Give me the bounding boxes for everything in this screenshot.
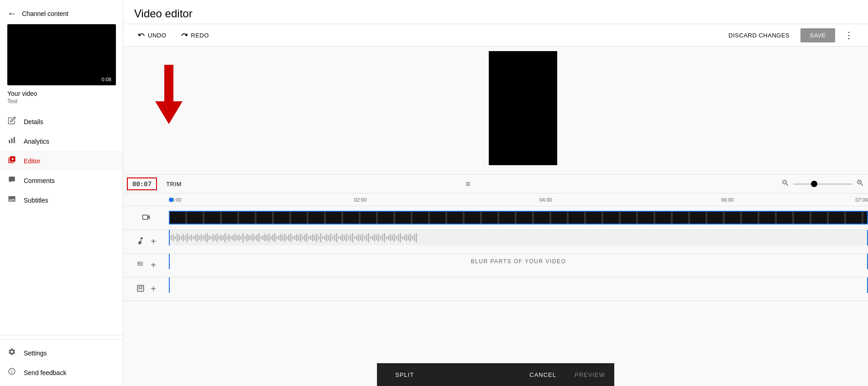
- blur-icon: [136, 260, 145, 271]
- svg-point-141: [141, 264, 142, 265]
- svg-rect-101: [364, 236, 365, 240]
- comments-label: Comments: [24, 177, 55, 184]
- svg-rect-103: [368, 233, 369, 242]
- sidebar-item-settings[interactable]: Settings: [0, 343, 123, 363]
- svg-point-133: [140, 263, 141, 264]
- svg-rect-11: [185, 235, 186, 240]
- svg-rect-51: [264, 234, 265, 241]
- zoom-slider[interactable]: [793, 180, 852, 188]
- save-button[interactable]: SAVE: [800, 28, 835, 42]
- svg-rect-56: [274, 233, 275, 242]
- svg-rect-49: [261, 236, 261, 239]
- endcard-add-icon[interactable]: +: [151, 284, 156, 294]
- subtitles-icon: [7, 195, 16, 205]
- endcard-track-strip: [169, 277, 868, 293]
- svg-rect-123: [408, 235, 409, 240]
- svg-point-138: [142, 261, 143, 262]
- back-button[interactable]: ←: [7, 8, 16, 19]
- sidebar-item-editor[interactable]: Editor: [0, 151, 123, 171]
- svg-rect-62: [286, 236, 287, 240]
- split-controls-bar: SPLIT CANCEL PREVIEW: [377, 363, 614, 386]
- svg-rect-110: [382, 235, 383, 241]
- svg-rect-69: [300, 234, 301, 242]
- details-label: Details: [24, 118, 43, 125]
- send-feedback-label: Send feedback: [24, 369, 66, 376]
- svg-rect-120: [402, 236, 403, 239]
- page-title: Video editor: [134, 7, 193, 20]
- svg-rect-93: [348, 236, 349, 240]
- editor-icon: [7, 156, 16, 166]
- undo-button[interactable]: UNDO: [134, 29, 170, 42]
- endcard-track-content: [169, 277, 868, 301]
- svg-rect-32: [226, 236, 227, 240]
- svg-point-130: [140, 261, 141, 262]
- svg-rect-48: [258, 233, 259, 242]
- discard-button[interactable]: DISCARD CHANGES: [723, 29, 795, 42]
- svg-rect-31: [225, 233, 225, 242]
- video-camera-icon: [141, 212, 151, 224]
- svg-rect-47: [256, 235, 257, 241]
- audio-add-icon[interactable]: +: [151, 236, 156, 247]
- svg-rect-122: [406, 234, 407, 241]
- svg-rect-54: [270, 236, 271, 240]
- svg-rect-121: [404, 235, 405, 240]
- center-align-icon: ≡: [465, 179, 471, 189]
- toolbar-right: DISCARD CHANGES SAVE ⋮: [723, 28, 857, 42]
- sidebar-item-comments[interactable]: Comments: [0, 171, 123, 190]
- svg-rect-149: [141, 287, 142, 288]
- preview-button[interactable]: PREVIEW: [565, 368, 614, 382]
- sidebar-item-subtitles[interactable]: Subtitles: [0, 190, 123, 210]
- more-options-button[interactable]: ⋮: [841, 28, 857, 42]
- svg-rect-41: [245, 236, 246, 239]
- svg-rect-74: [310, 235, 311, 240]
- video-track-content: [169, 206, 868, 230]
- feedback-icon: [7, 367, 16, 378]
- svg-rect-5: [173, 235, 174, 241]
- svg-rect-82: [326, 234, 327, 241]
- svg-rect-98: [358, 234, 359, 241]
- redo-button[interactable]: REDO: [177, 29, 213, 42]
- editor-header: Video editor: [123, 0, 868, 24]
- svg-rect-38: [239, 235, 240, 241]
- svg-point-134: [137, 264, 138, 265]
- zoom-out-icon[interactable]: [781, 179, 790, 189]
- svg-rect-97: [356, 235, 357, 240]
- svg-rect-21: [204, 235, 205, 241]
- svg-rect-105: [372, 235, 373, 240]
- svg-rect-36: [235, 234, 235, 242]
- svg-rect-58: [278, 235, 279, 240]
- comments-icon: [7, 175, 16, 186]
- audio-waveform-strip[interactable]: [169, 230, 868, 245]
- video-subtitle: Test: [7, 98, 115, 104]
- video-info: Your video Test: [0, 85, 123, 112]
- svg-point-144: [139, 265, 140, 266]
- sidebar-header: ← Channel content: [0, 0, 123, 24]
- blur-add-icon[interactable]: +: [151, 260, 156, 271]
- svg-point-147: [142, 265, 143, 266]
- endcard-track-icons: +: [123, 284, 169, 294]
- zoom-slider-thumb[interactable]: [811, 181, 817, 187]
- sidebar-item-send-feedback[interactable]: Send feedback: [0, 363, 123, 382]
- svg-rect-19: [201, 234, 202, 241]
- sidebar-item-analytics[interactable]: Analytics: [0, 131, 123, 151]
- svg-rect-95: [352, 233, 353, 242]
- svg-rect-61: [284, 234, 285, 242]
- svg-rect-57: [277, 236, 277, 239]
- video-track-strip[interactable]: [169, 211, 868, 224]
- svg-rect-83: [328, 235, 329, 240]
- svg-rect-4: [171, 235, 172, 240]
- trim-button[interactable]: TRIM: [162, 179, 185, 189]
- timeline-controls: 00:07 TRIM ≡: [123, 174, 868, 193]
- zoom-in-icon[interactable]: [856, 179, 864, 189]
- svg-rect-114: [390, 234, 391, 241]
- svg-rect-59: [280, 234, 281, 241]
- svg-rect-107: [376, 235, 377, 240]
- svg-rect-28: [219, 236, 220, 240]
- editor-label: Editor: [24, 157, 41, 165]
- cancel-button[interactable]: CANCEL: [520, 368, 565, 382]
- ruler-mark-4: 07:06: [855, 197, 868, 203]
- split-button[interactable]: SPLIT: [377, 368, 432, 382]
- sidebar-item-details[interactable]: Details: [0, 112, 123, 131]
- undo-icon: [138, 31, 145, 40]
- svg-point-131: [137, 263, 138, 264]
